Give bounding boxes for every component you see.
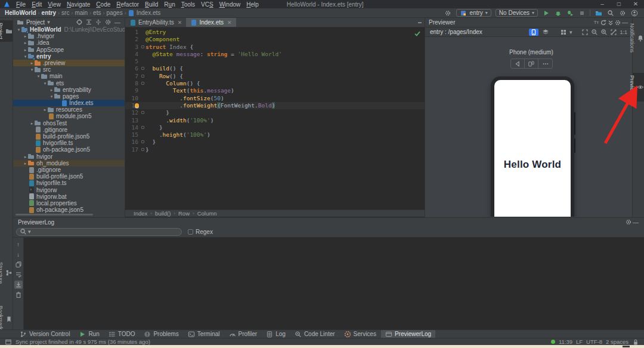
editor-breadcrumb-item[interactable]: build() <box>155 210 171 217</box>
soft-wrap-icon[interactable] <box>14 270 23 279</box>
close-tab-icon[interactable]: ✕ <box>227 20 232 26</box>
maximize-icon[interactable]: ▢ <box>611 0 627 8</box>
breadcrumb-item[interactable]: entry <box>42 10 56 16</box>
tree-item[interactable]: module.json5 <box>13 113 125 119</box>
log-settings-gear-icon[interactable] <box>625 218 632 226</box>
debug-button[interactable] <box>554 9 562 17</box>
tree-item[interactable]: local.properties <box>13 200 125 207</box>
sync-gear-icon[interactable] <box>444 9 452 17</box>
tree-item[interactable]: ▾main <box>13 73 125 79</box>
zoom-out-icon[interactable] <box>591 29 598 36</box>
clear-log-trash-icon[interactable] <box>14 291 23 299</box>
zoom-in-icon[interactable] <box>600 29 608 36</box>
tool-window-tab-log[interactable]: Log <box>262 330 290 338</box>
fullscreen-icon[interactable] <box>610 29 617 36</box>
sidebar-tab-notifications[interactable]: Notifications <box>633 21 644 55</box>
search-icon[interactable] <box>606 9 614 17</box>
menu-item-file[interactable]: File <box>13 1 29 8</box>
code-line[interactable]: 4 @State message: string = 'Hello World' <box>125 51 425 58</box>
menu-item-tools[interactable]: Tools <box>178 1 198 8</box>
code-line[interactable]: 9 Text(this.message) <box>125 87 425 94</box>
project-panel-title[interactable]: Project <box>26 19 45 26</box>
menu-item-code[interactable]: Code <box>93 1 113 8</box>
scroll-up-icon[interactable]: ↑ <box>14 240 23 248</box>
zoom-ratio-button[interactable]: 1:1 <box>620 29 627 35</box>
editor-breadcrumb-item[interactable]: Row <box>178 210 190 217</box>
code-line[interactable]: 1@Entry <box>125 29 425 36</box>
fold-marker-icon[interactable] <box>141 148 144 151</box>
chevron-down-icon[interactable]: ▾ <box>569 29 572 35</box>
tree-item[interactable]: ▾HelloWorldD:\Lunkeji\DevEcoStudioProjec… <box>13 26 125 33</box>
profile-icon[interactable] <box>630 9 638 17</box>
expand-all-icon[interactable] <box>85 19 92 26</box>
breadcrumb-item[interactable]: pages <box>106 10 122 16</box>
code-line[interactable]: 14 } <box>125 124 425 131</box>
tree-item[interactable]: ▾pages <box>13 93 125 100</box>
code-line[interactable]: 10 .fontSize(50) <box>125 95 425 102</box>
scroll-to-end-icon[interactable] <box>14 281 23 289</box>
fold-marker-icon[interactable] <box>141 45 144 48</box>
sidebar-tab-structure[interactable]: Structure <box>0 260 13 287</box>
breadcrumb-item[interactable]: main <box>75 10 88 16</box>
menu-item-view[interactable]: View <box>45 1 64 8</box>
regex-checkbox[interactable] <box>188 229 193 235</box>
file-encoding[interactable]: UTF-8 <box>586 338 602 345</box>
tree-item[interactable]: hvigorfile.ts <box>13 180 125 186</box>
code-line[interactable]: 11 .fontWeight(FontWeight.Bold) <box>125 102 425 109</box>
refresh-icon[interactable] <box>600 19 607 26</box>
fold-marker-icon[interactable] <box>141 111 144 114</box>
code-line[interactable]: 3struct Index { <box>125 44 425 51</box>
tree-item[interactable]: build-profile.json5 <box>13 173 125 180</box>
tree-item[interactable]: hvigorw <box>13 187 125 193</box>
tree-item[interactable]: ▸entryability <box>13 87 125 93</box>
previewer-settings-gear-icon[interactable] <box>614 19 621 26</box>
preview-mode-device-button[interactable] <box>529 29 538 36</box>
code-line[interactable]: 2@Component <box>125 36 425 43</box>
editor-tab-entryability-ts[interactable]: EntryAbility.ts✕ <box>125 18 186 27</box>
tree-item[interactable]: ▸AppScope <box>13 47 125 53</box>
stop-button[interactable] <box>578 9 586 17</box>
fold-marker-icon[interactable] <box>141 67 144 70</box>
fold-marker-icon[interactable] <box>141 75 144 78</box>
menu-item-run[interactable]: Run <box>161 1 178 8</box>
editor-breadcrumb-item[interactable]: Column <box>197 210 217 217</box>
fold-marker-icon[interactable] <box>141 140 144 143</box>
tool-window-tab-version-control[interactable]: Version Control <box>16 330 74 338</box>
minimize-icon[interactable]: – <box>594 0 611 8</box>
tree-item[interactable]: ▸.idea <box>13 39 125 46</box>
tab-options-kebab-icon[interactable] <box>415 18 425 27</box>
chevron-down-icon[interactable]: ▾ <box>47 19 50 25</box>
tree-item[interactable]: Index.ets <box>13 100 125 106</box>
breadcrumb-item[interactable]: Index.ets <box>137 10 161 16</box>
tree-item[interactable]: .gitignore <box>13 167 125 173</box>
locate-file-icon[interactable] <box>76 19 83 26</box>
code-line[interactable]: 6 build() { <box>125 65 425 72</box>
text-size-icon[interactable]: Tт <box>593 19 600 26</box>
tree-item[interactable]: oh-package.json5 <box>13 146 125 153</box>
taskbar-app-icon[interactable] <box>623 346 630 347</box>
close-icon[interactable]: ✕ <box>627 0 644 8</box>
code-line[interactable]: 7 Row() { <box>125 73 425 80</box>
collapse-all-icon[interactable] <box>95 19 102 26</box>
flip-device-icon[interactable] <box>525 59 538 68</box>
rotate-device-icon[interactable] <box>511 59 525 68</box>
close-tab-icon[interactable]: ✕ <box>178 20 182 26</box>
tree-item[interactable]: oh-package.json5 <box>13 207 125 213</box>
tree-item[interactable]: ▸.preview <box>13 60 125 66</box>
tool-window-tab-services[interactable]: Services <box>340 330 380 338</box>
log-search-input[interactable]: ▾ <box>16 228 182 236</box>
menu-item-vcs[interactable]: VCS <box>198 1 216 8</box>
scroll-down-icon[interactable]: ↓ <box>14 250 23 258</box>
preview-mode-inspect-button[interactable] <box>541 29 550 36</box>
fit-frame-icon[interactable] <box>581 29 589 36</box>
lock-icon[interactable] <box>632 338 639 346</box>
tree-item[interactable]: hvigorw.bat <box>13 193 125 200</box>
editor-breadcrumb-item[interactable]: Index <box>134 210 147 217</box>
tree-item[interactable]: ▸oh_modules <box>13 160 125 167</box>
menu-item-help[interactable]: Help <box>243 1 262 8</box>
tree-item[interactable]: hvigorfile.ts <box>13 140 125 146</box>
menu-item-edit[interactable]: Edit <box>29 1 45 8</box>
settings-gear-icon[interactable] <box>618 9 626 17</box>
tree-item[interactable]: ▸resources <box>13 106 125 113</box>
tool-window-tab-previewerlog[interactable]: PreviewerLog <box>381 330 435 338</box>
